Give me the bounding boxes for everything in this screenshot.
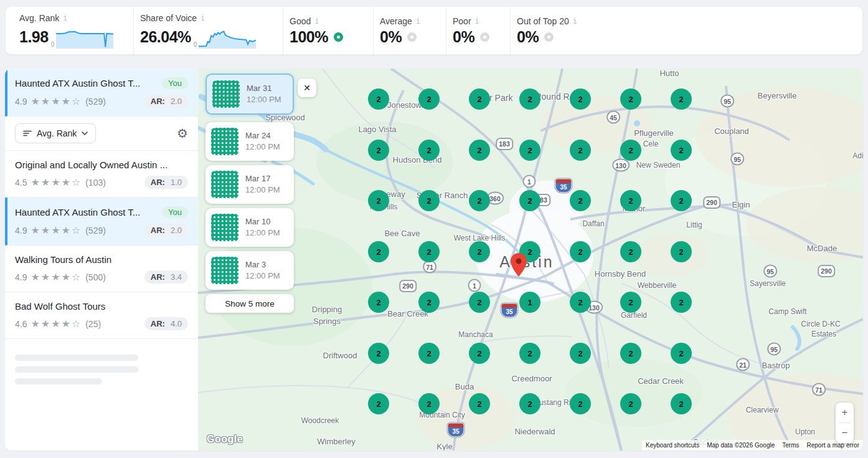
zoom-in-button[interactable]: + bbox=[836, 403, 854, 422]
rank-pin[interactable]: 2 bbox=[469, 343, 490, 364]
avg-rank-pill: AR:3.4 bbox=[144, 270, 188, 284]
rank-pin[interactable]: 2 bbox=[620, 343, 641, 364]
rank-pin[interactable]: 2 bbox=[368, 140, 389, 161]
business-title-row: Walking Tours of Austin bbox=[15, 254, 188, 265]
rank-pin[interactable]: 2 bbox=[469, 190, 490, 211]
map-zoom-control: + − bbox=[836, 403, 854, 443]
info-icon[interactable]: i bbox=[200, 14, 205, 22]
rank-pin[interactable]: 2 bbox=[671, 343, 692, 364]
pinned-business-card[interactable]: Haunted ATX Austin Ghost T...You4.9★★★★☆… bbox=[5, 69, 198, 117]
date-card-date: Mar 10 bbox=[245, 216, 280, 227]
business-name: Haunted ATX Austin Ghost T... bbox=[15, 207, 157, 217]
rank-pin[interactable]: 2 bbox=[570, 88, 591, 110]
rank-pin[interactable]: 2 bbox=[570, 190, 591, 211]
star-rating-icon: ★★★★☆ bbox=[31, 226, 82, 236]
rank-pin[interactable]: 2 bbox=[418, 343, 440, 364]
sort-dropdown[interactable]: Avg. Rank bbox=[15, 123, 96, 143]
rank-pin[interactable]: 2 bbox=[519, 140, 540, 161]
rank-pin[interactable]: 2 bbox=[368, 190, 389, 211]
date-card-text: Mar 1012:00 PM bbox=[245, 216, 280, 239]
business-list-item[interactable]: Walking Tours of Austin4.9★★★★☆(500)AR:3… bbox=[5, 246, 198, 292]
show-more-dates-button[interactable]: Show 5 more bbox=[205, 294, 294, 313]
map-place-label: Daffan bbox=[582, 219, 604, 228]
terms-link[interactable]: Terms bbox=[778, 440, 803, 451]
rank-pin[interactable]: 2 bbox=[671, 88, 692, 110]
business-list-item[interactable]: Original and Locally Owned Austin ...4.5… bbox=[5, 151, 198, 198]
rank-pin[interactable]: 2 bbox=[418, 140, 440, 161]
rank-pin[interactable]: 2 bbox=[469, 393, 490, 414]
rank-pin[interactable]: 2 bbox=[570, 140, 591, 161]
business-name: Original and Locally Owned Austin ... bbox=[15, 160, 188, 170]
date-card[interactable]: Mar 1712:00 PM bbox=[205, 165, 294, 204]
keyboard-shortcuts-link[interactable]: Keyboard shortcuts bbox=[642, 440, 703, 451]
rank-pin[interactable]: 2 bbox=[671, 241, 692, 262]
info-icon[interactable]: i bbox=[314, 17, 319, 26]
route-shield-icon: 95 bbox=[730, 153, 744, 166]
route-shield-icon: 183 bbox=[496, 138, 513, 150]
info-icon[interactable]: i bbox=[63, 14, 67, 22]
google-logo[interactable]: Google bbox=[207, 434, 243, 445]
rank-pin[interactable]: 2 bbox=[418, 190, 440, 211]
rank-pin[interactable]: 2 bbox=[469, 292, 490, 313]
rank-pin[interactable]: 2 bbox=[620, 190, 641, 211]
rank-pin[interactable]: 2 bbox=[671, 140, 692, 161]
date-card[interactable]: Mar 312:00 PM bbox=[205, 251, 294, 290]
info-icon[interactable]: i bbox=[475, 17, 479, 26]
map-canvas[interactable]: HuttoSpicewoodJonestownCedar ParkRound R… bbox=[198, 69, 863, 451]
interstate-35-shield-icon: 35 bbox=[448, 423, 465, 437]
rank-pin[interactable]: 2 bbox=[570, 343, 591, 364]
rank-pin[interactable]: 2 bbox=[418, 88, 440, 110]
rank-pin[interactable]: 2 bbox=[368, 292, 389, 313]
sort-label: Avg. Rank bbox=[37, 128, 77, 138]
rank-pin[interactable]: 2 bbox=[368, 343, 389, 364]
rank-pin[interactable]: 2 bbox=[418, 241, 440, 262]
business-list-item[interactable]: Bad Wolf Ghost Tours4.6★★★★☆(25)AR:4.0 bbox=[5, 292, 198, 339]
date-card[interactable]: Mar 3112:00 PM bbox=[205, 74, 294, 115]
rank-pin[interactable]: 2 bbox=[519, 343, 540, 364]
avg-rank-pill-label: AR: bbox=[151, 272, 165, 282]
rank-pin[interactable]: 2 bbox=[418, 393, 440, 414]
rank-pin[interactable]: 2 bbox=[671, 393, 692, 414]
shield-number: 35 bbox=[506, 308, 512, 317]
business-rating-row: 4.9★★★★☆(529)AR:2.0 bbox=[15, 95, 188, 108]
business-list-item[interactable]: Haunted ATX Austin Ghost T...You4.9★★★★☆… bbox=[5, 198, 198, 246]
rank-pin[interactable]: 2 bbox=[418, 292, 440, 313]
stat-label: Good bbox=[290, 16, 311, 26]
rank-pin[interactable]: 2 bbox=[671, 292, 692, 313]
business-name: Haunted ATX Austin Ghost T... bbox=[15, 78, 157, 88]
zoom-out-button[interactable]: − bbox=[836, 423, 854, 443]
rank-pin[interactable]: 2 bbox=[620, 88, 641, 110]
rank-pin[interactable]: 2 bbox=[368, 88, 389, 110]
rank-pin[interactable]: 2 bbox=[519, 190, 540, 211]
info-icon[interactable]: i bbox=[416, 17, 420, 26]
skeleton-bar bbox=[15, 355, 138, 361]
rank-pin[interactable]: 1 bbox=[519, 292, 540, 313]
rank-pin[interactable]: 2 bbox=[570, 393, 591, 414]
shield-number: 35 bbox=[560, 183, 567, 193]
rank-pin[interactable]: 2 bbox=[519, 88, 540, 110]
date-card[interactable]: Mar 2412:00 PM bbox=[205, 122, 294, 161]
info-icon[interactable]: i bbox=[573, 17, 577, 26]
rank-pin[interactable]: 2 bbox=[519, 393, 540, 414]
date-card[interactable]: Mar 1012:00 PM bbox=[205, 208, 294, 247]
rank-pin[interactable]: 2 bbox=[620, 393, 641, 414]
settings-gear-icon[interactable]: ⚙ bbox=[177, 127, 188, 140]
stat-poor: Poori 0% bbox=[446, 7, 511, 54]
rank-pin[interactable]: 2 bbox=[469, 88, 490, 110]
report-map-error-link[interactable]: Report a map error bbox=[803, 440, 863, 451]
rank-pin[interactable]: 2 bbox=[570, 241, 591, 262]
rank-pin[interactable]: 2 bbox=[620, 241, 641, 262]
rank-pin[interactable]: 2 bbox=[570, 292, 591, 313]
close-timeline-button[interactable]: ✕ bbox=[298, 79, 316, 97]
map-place-label: Springs bbox=[313, 317, 341, 326]
rating-value: 4.9 bbox=[15, 97, 27, 107]
rank-pin[interactable]: 2 bbox=[368, 393, 389, 414]
rank-grid-thumbnail-icon bbox=[211, 257, 238, 284]
rank-pin[interactable]: 2 bbox=[469, 241, 490, 262]
business-location-marker[interactable] bbox=[511, 253, 527, 277]
rank-pin[interactable]: 2 bbox=[671, 190, 692, 211]
rank-pin[interactable]: 2 bbox=[368, 241, 389, 262]
rank-pin[interactable]: 2 bbox=[620, 140, 641, 161]
rank-pin[interactable]: 2 bbox=[620, 292, 641, 313]
rank-pin[interactable]: 2 bbox=[469, 140, 490, 161]
